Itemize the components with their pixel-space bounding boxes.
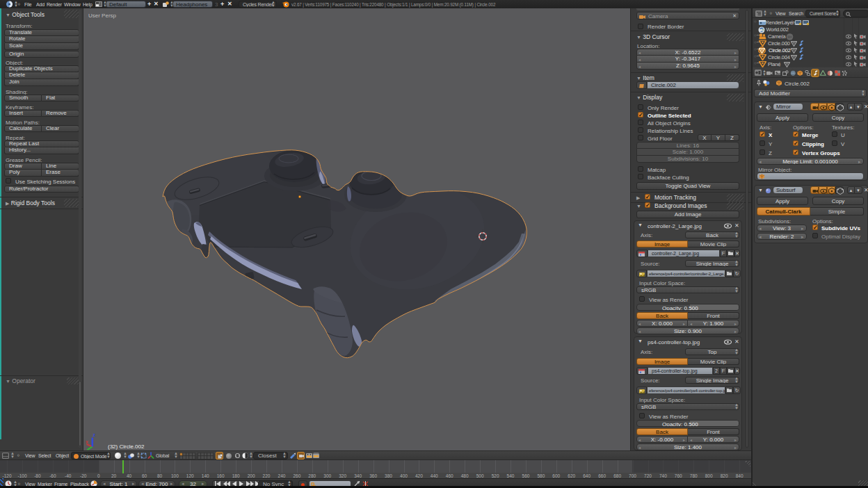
svg-text:z: z [93, 432, 96, 437]
svg-text:x: x [86, 439, 88, 444]
